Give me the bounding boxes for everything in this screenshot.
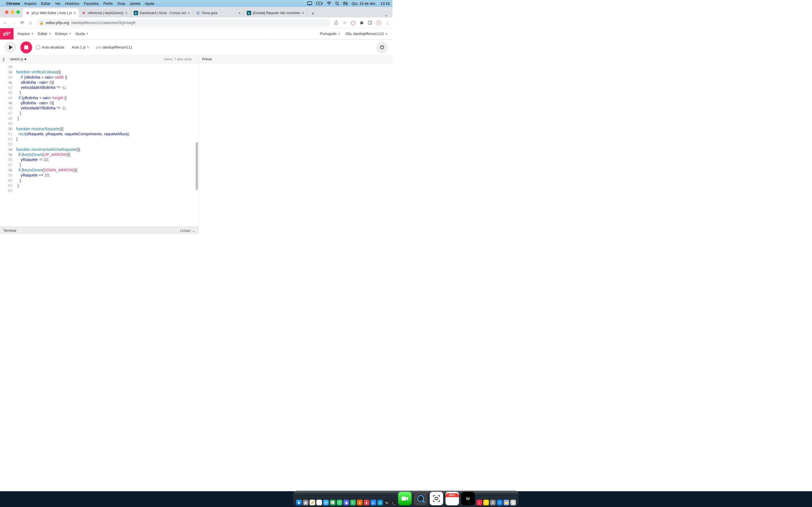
close-tab[interactable]: × — [187, 11, 190, 15]
svg-point-15 — [382, 47, 383, 48]
workspace: ❯ sketch.js Salvo: 7 dias atrás 3839▼404… — [0, 55, 393, 234]
window-controls — [2, 7, 22, 17]
close-tab[interactable]: × — [238, 11, 240, 15]
address-bar: ← → ⟳ ⌂ 🔒 editor.p5js.org/danilojefferso… — [0, 17, 393, 28]
svg-line-6 — [338, 4, 339, 5]
p5-menu-arquivo[interactable]: Arquivo▼ — [17, 32, 34, 36]
extensions-icon[interactable] — [359, 20, 364, 26]
display-icon[interactable] — [307, 1, 312, 5]
user-greeting[interactable]: Olá, danilojefferson111! ▼ — [345, 32, 388, 36]
menu-perfis[interactable]: Perfis — [104, 1, 113, 6]
chrome-favicon — [196, 11, 200, 15]
tab-title: Nova guia — [202, 11, 237, 15]
extension-adblock-icon[interactable]: ◯ — [350, 20, 356, 26]
svg-point-4 — [329, 4, 329, 5]
close-tab[interactable]: × — [125, 11, 127, 15]
url-host: editor.p5js.org — [46, 20, 69, 25]
svg-point-12 — [197, 12, 199, 14]
new-tab-button[interactable]: + — [309, 10, 317, 17]
tab-alura-duvida[interactable]: a [Dúvida] Raquete não movimen × — [244, 8, 307, 17]
tab-title: p5.js Web Editor | Aula 1 js — [32, 11, 72, 15]
minimize-window[interactable] — [11, 10, 14, 14]
svg-rect-0 — [307, 2, 312, 4]
tab-reference[interactable]: reference | keyIsDown() × — [79, 8, 130, 17]
tab-new[interactable]: Nova guia × — [193, 8, 244, 17]
tab-p5-editor[interactable]: p5.js Web Editor | Aula 1 js × — [22, 8, 79, 17]
menu-janela[interactable]: Janela — [129, 1, 140, 6]
tab-list-chevron[interactable]: ⌄ — [382, 12, 390, 17]
code-text[interactable]: function verificaColisao(){ if (xBolinha… — [16, 63, 198, 227]
p5-header: p5* Arquivo▼ Editar▼ Esboço▼ Ajuda▼ Port… — [0, 28, 393, 40]
save-status: Salvo: 7 dias atrás — [164, 57, 196, 61]
svg-point-10 — [346, 4, 347, 4]
forward-button[interactable]: → — [11, 20, 16, 26]
scrollbar-thumb[interactable] — [196, 142, 198, 190]
clear-terminal[interactable]: Limpar ⌄ — [180, 229, 195, 233]
menu-historico[interactable]: Histórico — [65, 1, 79, 6]
tab-strip: p5.js Web Editor | Aula 1 js × reference… — [0, 7, 393, 17]
close-tab[interactable]: × — [73, 11, 76, 15]
sidepanel-icon[interactable] — [367, 20, 373, 26]
editor-tab-bar: ❯ sketch.js Salvo: 7 dias atrás — [0, 55, 198, 63]
stop-button[interactable] — [20, 42, 32, 53]
url-path: /danilojefferson111/sketches/3QirAstgR — [71, 20, 136, 25]
chrome-window: p5.js Web Editor | Aula 1 js × reference… — [0, 7, 393, 234]
battery-icon[interactable] — [316, 2, 323, 5]
close-window[interactable] — [5, 10, 8, 14]
home-button[interactable]: ⌂ — [27, 20, 33, 26]
menu-guia[interactable]: Guia — [117, 1, 125, 6]
gear-icon — [379, 45, 385, 50]
bookmark-icon[interactable]: ☆ — [342, 20, 347, 26]
share-icon[interactable] — [333, 20, 339, 26]
menu-ajuda[interactable]: Ajuda — [145, 1, 154, 6]
code-editor-panel: ❯ sketch.js Salvo: 7 dias atrás 3839▼404… — [0, 55, 199, 234]
tab-title: Dashboard | Alura - Cursos onl — [140, 11, 186, 15]
auto-refresh-label: Auto-atualizar — [42, 45, 64, 49]
maximize-window[interactable] — [16, 10, 20, 14]
menu-arquivo[interactable]: Arquivo — [24, 1, 36, 6]
svg-rect-3 — [322, 3, 323, 4]
chrome-menu-icon[interactable]: ⋮ — [385, 20, 390, 26]
profile-avatar[interactable] — [375, 20, 382, 26]
chevron-down-icon: ⌄ — [192, 229, 195, 233]
language-selector[interactable]: Português ▼ — [320, 32, 341, 36]
reload-button[interactable]: ⟳ — [19, 20, 25, 26]
menu-ver[interactable]: Ver — [55, 1, 61, 6]
svg-point-5 — [336, 2, 338, 4]
search-icon[interactable] — [335, 1, 339, 5]
auto-refresh-toggle[interactable]: Auto-atualizar — [36, 45, 64, 49]
tab-alura-dashboard[interactable]: a Dashboard | Alura - Cursos onl × — [131, 8, 193, 17]
p5-toolbar: Auto-atualizar Aula 1 js✎ por danilojeff… — [0, 40, 393, 55]
back-button[interactable]: ← — [2, 20, 8, 26]
settings-button[interactable] — [376, 42, 388, 53]
p5-favicon — [81, 11, 86, 15]
menu-favoritos[interactable]: Favoritos — [84, 1, 99, 6]
sketch-author: por danilojefferson111 — [96, 45, 132, 49]
menubar-time[interactable]: 13:16 — [380, 1, 390, 6]
p5-menu-esboco[interactable]: Esboço▼ — [55, 32, 71, 36]
menubar-date[interactable]: Qui. 15 de dez. — [352, 1, 376, 6]
app-name[interactable]: Chrome — [6, 1, 20, 6]
svg-point-8 — [344, 2, 345, 3]
preview-header: Prévia — [199, 55, 393, 63]
menu-editar[interactable]: Editar — [41, 1, 51, 6]
p5-menu-editar[interactable]: Editar▼ — [38, 32, 51, 36]
control-center-icon[interactable] — [343, 2, 348, 5]
preview-canvas: Captura de Tela — [199, 63, 393, 234]
terminal-bar[interactable]: Terminal Limpar ⌄ — [0, 227, 198, 234]
sidebar-toggle[interactable]: ❯ — [2, 57, 10, 61]
pencil-icon: ✎ — [87, 46, 90, 49]
code-area[interactable]: 3839▼4041▼42434445▼4647484950▼51525354▼5… — [0, 63, 198, 227]
auto-refresh-checkbox[interactable] — [36, 45, 40, 49]
p5-logo[interactable]: p5* — [0, 28, 13, 40]
omnibox[interactable]: 🔒 editor.p5js.org/danilojefferson111/ske… — [36, 19, 331, 27]
file-tab[interactable]: sketch.js — [10, 57, 26, 61]
sketch-name[interactable]: Aula 1 js✎ — [72, 45, 90, 49]
tab-title: [Dúvida] Raquete não movimen — [253, 11, 300, 15]
macos-menubar: Chrome Arquivo Editar Ver Histórico Favo… — [0, 0, 393, 7]
p5-menu-ajuda[interactable]: Ajuda▼ — [75, 32, 89, 36]
wifi-icon[interactable] — [327, 2, 331, 5]
play-button[interactable] — [4, 42, 16, 53]
preview-panel: Prévia Captura de Tela — [199, 55, 393, 234]
close-tab[interactable]: × — [302, 11, 304, 15]
